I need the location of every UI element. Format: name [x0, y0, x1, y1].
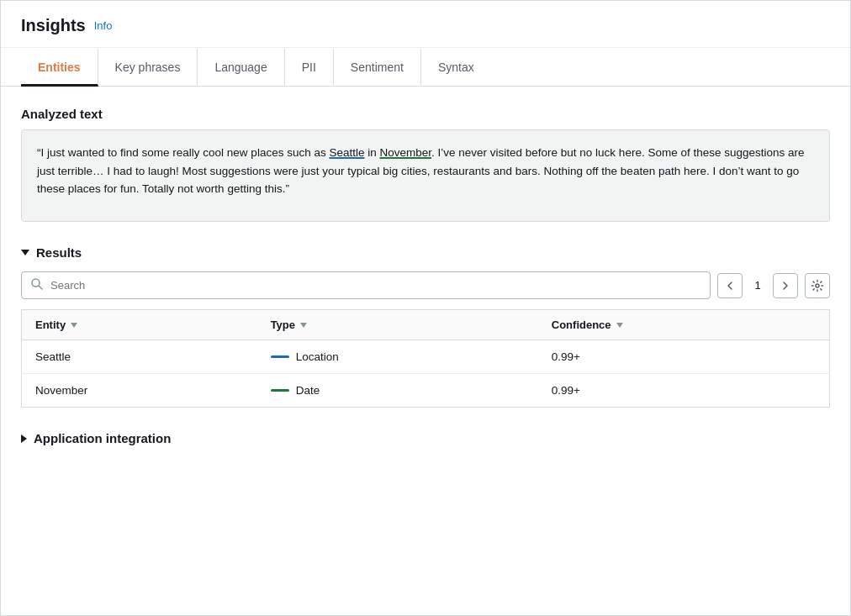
expand-app-integration-icon [21, 434, 27, 443]
app-integration-title: Application integration [34, 431, 171, 445]
type-color-indicator-blue [271, 355, 289, 358]
tab-key-phrases[interactable]: Key phrases [98, 49, 198, 87]
analyzed-text-title: Analyzed text [21, 107, 830, 121]
svg-point-2 [816, 284, 819, 287]
app-integration-section: Application integration [21, 431, 830, 445]
main-content: Analyzed text “I just wanted to find som… [1, 87, 850, 466]
page-header: Insights Info [1, 1, 850, 48]
svg-line-1 [39, 286, 42, 289]
type-filter-icon[interactable] [300, 323, 307, 328]
results-section: Results 1 [21, 245, 830, 408]
pagination-next-button[interactable] [773, 273, 798, 298]
search-input[interactable] [50, 279, 701, 292]
collapse-results-icon [21, 250, 29, 255]
tabs-bar: Entities Key phrases Language PII Sentim… [1, 48, 850, 87]
table-header-row: Entity Type Confidence [22, 310, 830, 340]
entity-november-text: November [379, 146, 431, 159]
confidence-filter-icon[interactable] [616, 323, 623, 328]
search-row: 1 [21, 271, 830, 299]
tab-pii[interactable]: PII [285, 49, 334, 87]
col-header-confidence: Confidence [538, 310, 830, 340]
col-header-entity: Entity [22, 310, 257, 340]
search-container [21, 271, 711, 299]
app-integration-header[interactable]: Application integration [21, 431, 830, 445]
tab-syntax[interactable]: Syntax [421, 49, 491, 87]
search-icon [30, 277, 44, 293]
pagination-prev-button[interactable] [717, 273, 743, 298]
entity-filter-icon[interactable] [71, 323, 77, 328]
page-wrapper: Insights Info Entities Key phrases Langu… [0, 0, 851, 616]
entity-cell-seattle: Seattle [22, 340, 257, 374]
tab-entities[interactable]: Entities [21, 49, 98, 87]
type-cell-seattle: Location [257, 340, 538, 374]
page-title: Insights [21, 16, 86, 35]
tab-sentiment[interactable]: Sentiment [334, 49, 421, 87]
results-table: Entity Type Confidence [21, 309, 830, 408]
entity-seattle-text: Seattle [329, 146, 364, 159]
results-header[interactable]: Results [21, 245, 830, 260]
info-link[interactable]: Info [94, 19, 113, 32]
confidence-cell-seattle: 0.99+ [538, 340, 830, 374]
type-color-indicator-green [271, 389, 289, 392]
text-before-seattle: “I just wanted to find some really cool … [37, 146, 329, 159]
tab-language[interactable]: Language [198, 49, 284, 87]
table-row: Seattle Location 0.99+ [22, 340, 830, 374]
settings-button[interactable] [805, 273, 830, 298]
type-cell-november: Date [257, 374, 538, 408]
pagination-page-number: 1 [749, 279, 766, 292]
col-header-type: Type [257, 310, 538, 340]
confidence-cell-november: 0.99+ [538, 374, 830, 408]
table-row: November Date 0.99+ [22, 374, 830, 408]
results-title: Results [36, 245, 82, 260]
entity-cell-november: November [22, 374, 257, 408]
text-between: in [364, 146, 379, 159]
analyzed-text-box: “I just wanted to find some really cool … [21, 129, 830, 222]
